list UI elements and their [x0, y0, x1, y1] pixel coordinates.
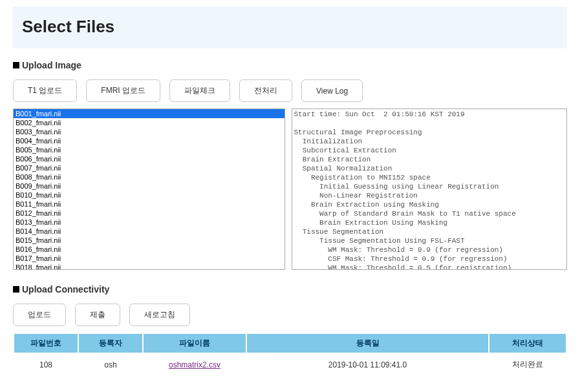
preprocess-button[interactable]: 전처리: [239, 79, 292, 102]
table-row: 108oshoshmatrix2.csv2019-10-01 11:09:41.…: [14, 353, 566, 375]
view-log-button[interactable]: View Log: [301, 79, 363, 102]
file-list-item[interactable]: B012_fmari.nii: [14, 209, 285, 218]
file-list-item[interactable]: B015_fmari.nii: [14, 236, 285, 245]
file-list-item[interactable]: B017_fmari.nii: [14, 254, 285, 263]
th-status: 처리상태: [489, 333, 566, 353]
upload-connectivity-label: Upload Connectivity: [22, 284, 109, 294]
file-check-button[interactable]: 파일체크: [169, 79, 230, 102]
upload-image-buttons: T1 업로드 FMRI 업로드 파일체크 전처리 View Log: [13, 79, 567, 102]
fmri-upload-button[interactable]: FMRI 업로드: [86, 79, 160, 102]
file-link[interactable]: oshmatrix2.csv: [169, 360, 220, 369]
file-list-item[interactable]: B009_fmari.nii: [14, 181, 285, 191]
file-list-item[interactable]: B013_fmari.nii: [14, 218, 285, 227]
cell-status: 처리완료: [489, 353, 566, 375]
refresh-button[interactable]: 새로고침: [129, 304, 190, 326]
file-list-item[interactable]: B008_fmari.nii: [14, 172, 285, 181]
file-list-item[interactable]: B011_fmari.nii: [14, 200, 285, 209]
upload-image-header: Upload Image: [13, 60, 567, 70]
connectivity-buttons: 업로드 제출 새로고침: [13, 304, 567, 326]
two-pane-container: B001_fmari.niiB002_fmari.niiB003_fmari.n…: [13, 108, 567, 270]
title-bar: Select Files: [13, 6, 567, 48]
upload-connectivity-header: Upload Connectivity: [13, 284, 567, 294]
th-regdate: 등록일: [246, 333, 489, 353]
file-list-item[interactable]: B003_fmari.nii: [14, 127, 285, 136]
connectivity-table: 파일번호 등록자 파일이름 등록일 처리상태 108oshoshmatrix2.…: [13, 333, 567, 375]
page-title: Select Files: [22, 17, 558, 37]
th-registrant: 등록자: [78, 333, 143, 353]
file-list-item[interactable]: B010_fmari.nii: [14, 191, 285, 200]
file-list-item[interactable]: B007_fmari.nii: [14, 163, 285, 172]
file-list-item[interactable]: B005_fmari.nii: [14, 145, 285, 154]
cell-regdate: 2019-10-01 11:09:41.0: [246, 353, 489, 375]
file-list-item[interactable]: B004_fmari.nii: [14, 136, 285, 145]
file-list-item[interactable]: B001_fmari.nii: [14, 109, 285, 118]
cell-fileno: 108: [14, 353, 78, 375]
upload-image-label: Upload Image: [22, 60, 81, 70]
th-fileno: 파일번호: [14, 333, 78, 353]
table-header-row: 파일번호 등록자 파일이름 등록일 처리상태: [14, 333, 566, 353]
file-list-item[interactable]: B006_fmari.nii: [14, 154, 285, 163]
cell-filename: oshmatrix2.csv: [143, 353, 246, 375]
th-filename: 파일이름: [143, 333, 246, 353]
cell-registrant: osh: [78, 353, 143, 375]
upload-button[interactable]: 업로드: [13, 304, 66, 326]
file-list[interactable]: B001_fmari.niiB002_fmari.niiB003_fmari.n…: [13, 108, 285, 270]
file-list-item[interactable]: B014_fmari.nii: [14, 227, 285, 236]
file-list-item[interactable]: B002_fmari.nii: [14, 118, 285, 127]
file-list-item[interactable]: B016_fmari.nii: [14, 245, 285, 254]
log-pane[interactable]: Start time: Sun Oct 2 01:50:16 KST 2019 …: [292, 108, 568, 270]
t1-upload-button[interactable]: T1 업로드: [13, 79, 77, 102]
file-list-item[interactable]: B018_fmari.nii: [14, 263, 285, 270]
submit-button[interactable]: 제출: [75, 304, 120, 326]
